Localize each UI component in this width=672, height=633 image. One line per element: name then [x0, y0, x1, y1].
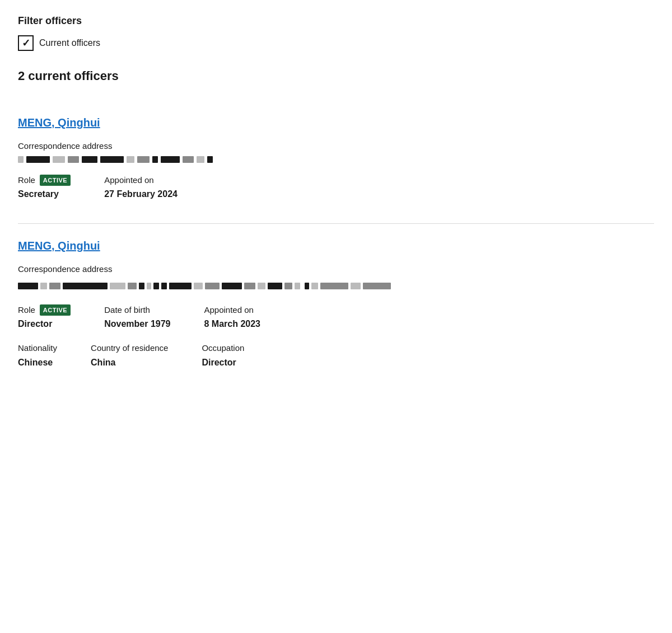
filter-title: Filter officers	[18, 13, 654, 29]
officer-2-role-label-row: Role ACTIVE	[18, 304, 71, 317]
redacted-block	[320, 283, 348, 289]
redacted-block	[147, 283, 151, 289]
redacted-block	[363, 283, 391, 289]
officer-2-address-redacted	[18, 279, 654, 293]
officer-2-residence-label: Country of residence	[91, 342, 168, 355]
officer-2-appointed-group: Appointed on 8 March 2023	[204, 304, 261, 331]
officer-1-role-label: Role	[18, 174, 35, 187]
redacted-block	[63, 283, 108, 289]
officers-count: 2 current officers	[18, 67, 654, 85]
officer-2-appointed-label: Appointed on	[204, 304, 261, 317]
redacted-block	[137, 156, 150, 163]
officer-2-address-label: Correspondence address	[18, 263, 654, 276]
officer-2-role-label: Role	[18, 304, 35, 317]
officer-2-name-link[interactable]: MENG, Qinghui	[18, 237, 100, 254]
redacted-block	[169, 283, 192, 289]
redacted-block	[207, 156, 213, 163]
redacted-block	[268, 283, 282, 289]
officer-1-role-group: Role ACTIVE Secretary	[18, 174, 71, 201]
redacted-block	[244, 283, 255, 289]
redacted-block	[40, 283, 47, 289]
officer-2-appointed-value: 8 March 2023	[204, 317, 261, 331]
officer-1-role-value: Secretary	[18, 187, 71, 201]
officer-1-address-label: Correspondence address	[18, 140, 654, 153]
officer-2-occupation-value: Director	[202, 356, 244, 369]
redacted-block	[222, 283, 242, 289]
redacted-block	[18, 283, 38, 289]
redacted-block	[139, 283, 144, 289]
redacted-block	[152, 156, 158, 163]
officer-2-dob-group: Date of birth November 1979	[104, 304, 170, 331]
officer-2-occupation-group: Occupation Director	[202, 342, 244, 369]
redacted-block	[161, 156, 180, 163]
redacted-block	[194, 283, 203, 289]
redacted-block	[351, 283, 361, 289]
officer-1-role-label-row: Role ACTIVE	[18, 174, 71, 187]
officer-1-appointed-label: Appointed on	[104, 174, 178, 187]
officer-2-active-badge: ACTIVE	[40, 304, 71, 316]
officer-1-appointed-group: Appointed on 27 February 2024	[104, 174, 178, 201]
redacted-block	[128, 283, 137, 289]
checkmark-icon: ✓	[22, 38, 30, 48]
redacted-block	[53, 156, 65, 163]
officer-1-name-link[interactable]: MENG, Qinghui	[18, 114, 100, 131]
officer-2-nationality-value: Chinese	[18, 356, 57, 369]
checkbox-label: Current officers	[39, 36, 100, 50]
redacted-block	[18, 156, 24, 163]
redacted-block	[305, 283, 309, 289]
redacted-block	[258, 283, 265, 289]
redacted-block	[153, 283, 159, 289]
current-officers-checkbox[interactable]: ✓	[18, 35, 34, 51]
officer-2-residence-group: Country of residence China	[91, 342, 168, 369]
officer-2-dob-value: November 1979	[104, 317, 170, 331]
redacted-block	[110, 283, 125, 289]
redacted-block	[100, 156, 124, 163]
officer-2-occupation-label: Occupation	[202, 342, 244, 355]
officer-1-appointed-value: 27 February 2024	[104, 187, 178, 201]
officer-1-address-redacted	[18, 156, 654, 163]
officer-1-details: Role ACTIVE Secretary Appointed on 27 Fe…	[18, 174, 654, 201]
officer-2-residence-value: China	[91, 356, 168, 369]
officer-2-dob-label: Date of birth	[104, 304, 170, 317]
officer-2-role-value: Director	[18, 317, 71, 331]
redacted-block	[284, 283, 292, 289]
redacted-block	[311, 283, 318, 289]
officer-2-nationality-group: Nationality Chinese	[18, 342, 57, 369]
officer-card-2: MENG, Qinghui Correspondence address Rol…	[18, 223, 654, 383]
current-officers-filter[interactable]: ✓ Current officers	[18, 35, 654, 51]
redacted-block	[26, 156, 50, 163]
redacted-block	[183, 156, 194, 163]
officer-2-role-group: Role ACTIVE Director	[18, 304, 71, 331]
officer-1-active-badge: ACTIVE	[40, 175, 71, 186]
redacted-block	[161, 283, 167, 289]
redacted-block	[68, 156, 79, 163]
officer-card-1: MENG, Qinghui Correspondence address Rol…	[18, 101, 654, 219]
officer-2-nationality-label: Nationality	[18, 342, 57, 355]
redacted-block	[197, 156, 204, 163]
redacted-block	[127, 156, 134, 163]
redacted-block	[295, 283, 300, 289]
redacted-block	[205, 283, 220, 289]
filter-section: Filter officers ✓ Current officers	[18, 13, 654, 51]
officer-2-details: Role ACTIVE Director Date of birth Novem…	[18, 304, 654, 331]
redacted-block	[82, 156, 97, 163]
redacted-block	[49, 283, 60, 289]
officer-2-extra-details: Nationality Chinese Country of residence…	[18, 342, 654, 369]
